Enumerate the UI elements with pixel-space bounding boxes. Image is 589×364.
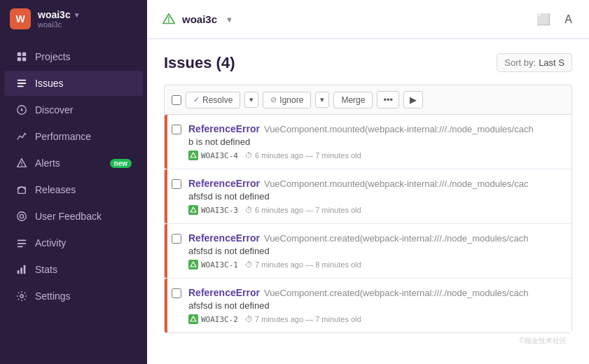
sidebar-item-label: Releases — [35, 184, 76, 195]
more-button[interactable]: ••• — [377, 91, 399, 108]
issue-checkbox-2[interactable] — [172, 234, 181, 244]
table-row[interactable]: ReferenceError VueComponent.mounted(webp… — [165, 115, 571, 169]
sidebar-item-label: Stats — [35, 264, 57, 275]
issue-location: VueComponent.created(webpack-internal://… — [264, 233, 528, 244]
sidebar-item-projects[interactable]: Projects — [4, 44, 143, 69]
issues-list: ReferenceError VueComponent.mounted(webp… — [164, 114, 572, 333]
content-header: Issues (4) Sort by: Last S — [164, 53, 572, 72]
issue-checkbox-0[interactable] — [172, 125, 181, 134]
issue-tag: WOAI3C-4 — [188, 150, 238, 160]
issue-message: afsfsd is not defined — [188, 191, 564, 202]
sidebar-item-discover[interactable]: Discover — [4, 97, 143, 122]
stats-icon — [15, 263, 28, 276]
sidebar-item-performance[interactable]: Performance — [4, 124, 143, 149]
activity-icon — [15, 237, 28, 249]
issue-meta: WOAI3C-3 ⏱ 6 minutes ago — 7 minutes old — [188, 205, 564, 215]
issue-tag-id: WOAI3C-2 — [201, 315, 238, 324]
sidebar-item-label: Activity — [35, 237, 66, 248]
issue-meta: WOAI3C-4 ⏱ 6 minutes ago — 7 minutes old — [188, 150, 564, 160]
resolve-dropdown-btn[interactable]: ▾ — [244, 92, 258, 108]
issue-content-1: ReferenceError VueComponent.mounted(webp… — [188, 178, 564, 215]
sidebar-item-issues[interactable]: Issues — [4, 71, 143, 96]
ban-icon: ⊘ — [270, 95, 277, 104]
issue-checkbox-1[interactable] — [172, 179, 181, 189]
issue-message: afsfsd is not defined — [188, 300, 564, 311]
issue-tag: WOAI3C-1 — [188, 260, 238, 270]
sidebar-item-alerts[interactable]: Alerts new — [4, 150, 143, 176]
issue-checkbox-3[interactable] — [172, 288, 181, 298]
issue-severity-bar — [165, 169, 167, 223]
issue-location: VueComponent.created(webpack-internal://… — [264, 288, 528, 298]
topbar-account-btn[interactable]: A — [562, 10, 575, 29]
svg-point-12 — [18, 212, 26, 220]
issue-tag-id: WOAI3C-3 — [201, 206, 238, 215]
checkmark-icon: ✓ — [193, 95, 200, 104]
issue-type: ReferenceError — [188, 178, 260, 189]
issue-location: VueComponent.mounted(webpack-internal://… — [264, 178, 528, 189]
sidebar-item-user-feedback[interactable]: User Feedback — [4, 204, 143, 229]
page-title: Issues (4) — [164, 54, 235, 72]
discover-icon — [15, 104, 28, 116]
sidebar-item-releases[interactable]: Releases — [4, 177, 143, 202]
sidebar-item-settings[interactable]: Settings — [4, 284, 143, 309]
issue-time-text: 6 minutes ago — 7 minutes old — [255, 206, 361, 214]
resolve-button[interactable]: ✓ Resolve — [186, 92, 240, 108]
table-row[interactable]: ReferenceError VueComponent.mounted(webp… — [165, 169, 571, 224]
svg-point-10 — [21, 165, 22, 166]
sidebar-item-label: Performance — [35, 131, 91, 142]
svg-rect-15 — [18, 243, 26, 244]
sort-label: Sort by: — [504, 57, 536, 68]
issue-title-line: ReferenceError VueComponent.mounted(webp… — [188, 178, 564, 189]
content-area: Issues (4) Sort by: Last S ✓ Resolve ▾ ⊘… — [147, 39, 589, 364]
org-name: woai3c ▼ — [38, 9, 81, 20]
ignore-label: Ignore — [279, 95, 303, 105]
issue-tag-id: WOAI3C-1 — [201, 260, 238, 270]
table-row[interactable]: ReferenceError VueComponent.created(webp… — [165, 279, 571, 332]
sort-control[interactable]: Sort by: Last S — [497, 53, 572, 72]
issue-time-text: 6 minutes ago — 7 minutes old — [255, 151, 361, 160]
merge-button[interactable]: Merge — [333, 92, 373, 108]
clock-icon: ⏱ — [245, 206, 253, 214]
sidebar-item-activity[interactable]: Activity — [4, 230, 143, 255]
sentry-logo-icon — [161, 12, 176, 27]
table-row[interactable]: ReferenceError VueComponent.created(webp… — [165, 224, 571, 279]
play-button[interactable]: ▶ — [403, 91, 423, 108]
issue-title-line: ReferenceError VueComponent.created(webp… — [188, 287, 564, 298]
sidebar-item-label: Issues — [35, 78, 63, 89]
topbar-project[interactable]: woai3c ▼ — [161, 12, 233, 27]
issue-severity-bar — [165, 224, 167, 278]
svg-rect-4 — [18, 80, 26, 81]
sidebar-item-stats[interactable]: Stats — [4, 257, 143, 282]
org-avatar: W — [10, 8, 31, 29]
issue-time-text: 7 minutes ago — 7 minutes old — [255, 315, 361, 323]
issue-type: ReferenceError — [188, 287, 260, 298]
issue-time: ⏱ 6 minutes ago — 7 minutes old — [245, 151, 361, 160]
user-feedback-icon — [15, 210, 28, 223]
ignore-dropdown-btn[interactable]: ▾ — [315, 92, 329, 108]
issue-type: ReferenceError — [188, 232, 260, 244]
svg-rect-16 — [18, 246, 23, 247]
performance-icon — [15, 130, 28, 143]
issue-tag-id: WOAI3C-4 — [201, 151, 238, 160]
clock-icon: ⏱ — [245, 151, 253, 160]
issue-meta: WOAI3C-1 ⏱ 7 minutes ago — 8 minutes old — [188, 260, 564, 270]
org-switcher[interactable]: W woai3c ▼ woai3c — [0, 0, 147, 38]
sentry-tag-icon — [188, 260, 198, 270]
select-all-checkbox[interactable] — [172, 95, 181, 105]
issues-icon — [15, 77, 28, 90]
topbar-window-btn[interactable]: ⬜ — [534, 10, 553, 29]
issue-time: ⏱ 7 minutes ago — 8 minutes old — [245, 260, 361, 269]
svg-rect-14 — [18, 240, 26, 241]
sentry-tag-icon — [188, 150, 198, 160]
sidebar-item-label: Settings — [35, 290, 71, 302]
ignore-button[interactable]: ⊘ Ignore — [263, 92, 311, 108]
main-content: woai3c ▼ ⬜ A Issues (4) Sort by: Last S … — [147, 0, 589, 364]
svg-rect-17 — [18, 270, 20, 274]
settings-icon — [15, 290, 28, 302]
alerts-icon — [15, 157, 28, 169]
sidebar-item-label: Alerts — [35, 158, 60, 169]
svg-rect-0 — [18, 52, 21, 56]
issue-tag: WOAI3C-3 — [188, 205, 238, 215]
issue-content-3: ReferenceError VueComponent.created(webp… — [188, 287, 564, 324]
svg-rect-3 — [22, 57, 26, 61]
